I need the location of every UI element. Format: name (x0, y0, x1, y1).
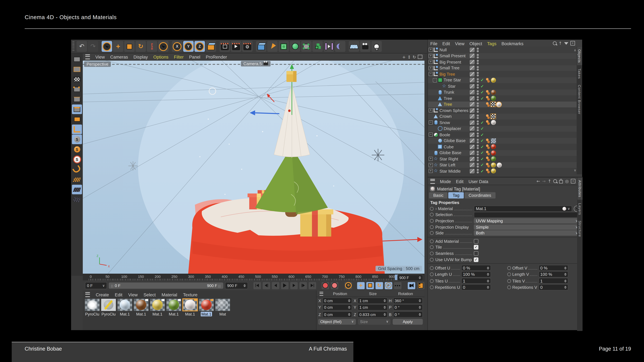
record-keyframe-button[interactable] (322, 282, 329, 289)
object-row-crown[interactable]: Crown (428, 113, 577, 119)
object-row-big-tree[interactable]: −Big Tree (428, 71, 577, 77)
viewport-menu-prorender[interactable]: ProRender (206, 54, 227, 59)
object-row-big-present[interactable]: +Big Present (428, 59, 577, 65)
om-up-arrow-icon[interactable]: ↑ (558, 41, 562, 46)
viewport-hamburger-icon[interactable] (85, 54, 90, 59)
play-button[interactable] (281, 282, 288, 289)
tab-structure[interactable]: Structure (577, 218, 582, 240)
size-mode-dropdown[interactable]: Size∨ (358, 319, 390, 325)
am-menu-edit[interactable]: Edit (456, 179, 464, 184)
seamless-checkbox[interactable] (474, 251, 478, 256)
key-rotation-button[interactable]: ↻ (376, 282, 383, 289)
toggle-view-icon[interactable] (418, 55, 422, 59)
enabled-check-icon[interactable]: ✓ (480, 120, 484, 125)
visibility-dots-icon[interactable] (477, 163, 479, 165)
visibility-dots-icon[interactable] (477, 78, 479, 80)
polygon-mode-button[interactable] (72, 104, 82, 114)
add-material-checkbox[interactable] (474, 239, 478, 244)
layer-toggle-icon[interactable] (470, 126, 475, 131)
object-row-star[interactable]: ☆Star✓ (428, 83, 577, 89)
layer-toggle-icon[interactable] (470, 163, 475, 167)
move-tool-button[interactable]: + (113, 41, 123, 52)
object-row-tree-star[interactable]: −Tree Star✓ (428, 77, 577, 83)
material-menu-select[interactable]: Select (144, 292, 156, 297)
object-row-star-middle[interactable]: +☆Star Middle✓ (428, 168, 577, 174)
visibility-dots-icon[interactable] (477, 90, 479, 92)
object-label[interactable]: Globe Base (444, 138, 466, 143)
object-row-tree[interactable]: Tree✓ (428, 95, 577, 101)
view-label[interactable]: Perspective (84, 61, 111, 67)
render-preview-button[interactable] (417, 282, 424, 289)
expand-icon[interactable]: + (428, 157, 433, 161)
position-z-field[interactable]: 0 cm (322, 311, 352, 318)
material-tag-icon[interactable] (497, 162, 502, 167)
om-menu-file[interactable]: File (430, 41, 438, 46)
material-item-mat-1[interactable]: Mat.1 (182, 299, 198, 316)
material-link-field[interactable]: Mat.1 ∨ (474, 206, 572, 212)
length-u-field[interactable]: 100 % (461, 271, 491, 278)
layer-toggle-icon[interactable] (470, 90, 475, 95)
enabled-check-icon[interactable]: ✓ (480, 138, 484, 143)
object-row-trunk[interactable]: Trunk✓ (428, 89, 577, 95)
layer-toggle-icon[interactable] (470, 47, 475, 52)
object-label[interactable]: Crown (440, 114, 452, 119)
object-label[interactable]: Snow (440, 120, 450, 125)
viewport-menu-filter[interactable]: Filter (174, 54, 184, 59)
tab-takes[interactable]: Takes (577, 66, 582, 81)
layer-toggle-icon[interactable] (470, 96, 475, 101)
timeline-ruler[interactable]: 0501001502002503003504004505005506006507… (83, 274, 424, 281)
visibility-dots-icon[interactable] (477, 145, 479, 147)
om-scroll-up-icon[interactable]: ∧ (574, 48, 576, 52)
material-name[interactable]: Mat.1 (168, 312, 180, 317)
enabled-check-icon[interactable]: ✓ (480, 126, 484, 131)
visibility-dots-icon[interactable] (477, 48, 479, 50)
render-picture-viewer-button[interactable] (231, 41, 241, 52)
lock-workplane-button[interactable] (72, 185, 82, 194)
enabled-check-icon[interactable]: ✓ (480, 157, 484, 161)
viewport-menu-display[interactable]: Display (134, 54, 148, 59)
collapse-icon[interactable]: − (428, 120, 433, 125)
om-filter-icon[interactable] (564, 42, 568, 44)
simulation-soft-button[interactable]: S (72, 155, 82, 164)
material-item-mat[interactable]: Mat (215, 299, 230, 316)
layer-toggle-icon[interactable] (470, 108, 475, 113)
viewport-menu-cameras[interactable]: Cameras (110, 54, 128, 59)
om-menu-object[interactable]: Object (470, 41, 482, 46)
phong-tag-icon[interactable] (486, 150, 490, 155)
material-tag-icon[interactable] (491, 144, 496, 149)
symmetry-button[interactable] (324, 41, 334, 52)
tab-content-browser[interactable]: Content Browser (577, 82, 582, 117)
rotation-b-field[interactable]: 0 ° (393, 311, 423, 318)
visibility-dots-icon[interactable] (477, 138, 479, 141)
phong-tag-icon[interactable] (486, 144, 490, 149)
phong-tag-icon[interactable] (486, 156, 490, 161)
phong-tag-icon[interactable] (486, 114, 490, 119)
object-label[interactable]: Star Left (440, 163, 455, 167)
tiles-u-field[interactable]: 1 (461, 278, 491, 284)
attributes-hamburger-icon[interactable] (430, 179, 435, 184)
object-row-small-tree[interactable]: +Small Tree (428, 65, 577, 71)
layer-toggle-icon[interactable] (470, 169, 475, 173)
expand-icon[interactable]: + (428, 108, 433, 112)
tab-coordinates[interactable]: Coordinates (464, 192, 496, 199)
om-menu-view[interactable]: View (455, 41, 464, 46)
coordinate-mode-dropdown[interactable]: Object (Rel)∨ (318, 319, 356, 325)
material-thumbnail[interactable] (183, 299, 198, 311)
visibility-dots-icon[interactable] (477, 102, 479, 104)
am-target-icon[interactable]: ◎ (565, 179, 569, 184)
last-tool-psr-button[interactable]: PSR (147, 41, 157, 52)
deformer-bend-button[interactable] (335, 41, 346, 52)
current-frame-field[interactable]: 0 F∨ (85, 282, 107, 289)
visibility-dots-icon[interactable] (477, 66, 479, 68)
size-y-field[interactable]: 1 cm (358, 304, 388, 311)
material-item-pyroclu[interactable]: PyroClu (101, 299, 116, 316)
am-lock-icon[interactable] (559, 180, 563, 183)
render-view-button[interactable] (220, 41, 230, 52)
phong-tag-icon[interactable] (486, 96, 490, 101)
undo-button[interactable]: ↶ (76, 41, 87, 52)
material-thumbnail[interactable] (85, 299, 100, 311)
object-row-globe-base[interactable]: Globe Base✓ (428, 150, 577, 156)
material-item-pyroclu[interactable]: PyroClu (84, 299, 100, 316)
tab-layers[interactable]: Layers (577, 201, 582, 218)
material-name[interactable]: Mat.1 (200, 312, 212, 317)
